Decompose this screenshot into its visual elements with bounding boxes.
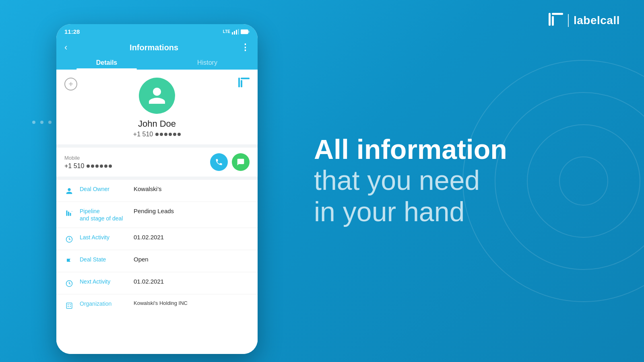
- svg-rect-25: [68, 306, 68, 307]
- svg-rect-26: [70, 306, 71, 307]
- person-icon: [147, 86, 167, 106]
- info-row-pipeline: Pipelineand stage of deal Pending Leads: [56, 202, 258, 228]
- svg-rect-24: [70, 304, 71, 305]
- building-icon: [64, 301, 74, 311]
- svg-rect-15: [241, 78, 250, 79]
- svg-rect-9: [236, 30, 237, 35]
- svg-rect-12: [248, 31, 250, 33]
- svg-rect-6: [552, 13, 563, 15]
- phone-type-label: Mobile: [64, 155, 112, 161]
- tab-details[interactable]: Details: [56, 54, 157, 70]
- signal-icon: [232, 29, 239, 35]
- more-button[interactable]: ⋮: [241, 42, 250, 53]
- mobile-prefix: +1 510: [64, 162, 84, 170]
- pipeline-label: Pipelineand stage of deal: [80, 208, 128, 222]
- svg-rect-19: [72, 211, 72, 212]
- svg-rect-23: [68, 304, 68, 305]
- info-row-next-activity: Next Activity 01.02.2021: [56, 272, 258, 294]
- phone-number-row: +1 510: [64, 162, 112, 170]
- call-button[interactable]: [210, 153, 228, 171]
- next-activity-label: Next Activity: [80, 278, 128, 285]
- deal-owner-value: Kowalski's: [134, 185, 162, 192]
- logo-icon: [549, 13, 563, 28]
- phone-label-area: Mobile +1 510: [64, 155, 112, 170]
- message-icon: [237, 158, 245, 166]
- organization-label: Organization: [80, 300, 128, 307]
- status-icons: LTE: [223, 29, 250, 35]
- battery-icon: [241, 29, 250, 34]
- clock-icon-last: [64, 234, 74, 244]
- phone-screen: 11:28 LTE ‹ Informations ⋮: [56, 24, 258, 354]
- tagline-line3: in your hand: [314, 196, 580, 227]
- pipeline-value: Pending Leads: [134, 208, 174, 214]
- pipeline-icon: [64, 208, 74, 218]
- svg-rect-17: [68, 212, 69, 216]
- deal-state-value: Open: [134, 256, 149, 263]
- logo-divider: [568, 14, 569, 27]
- phone-prefix: +1 510: [133, 131, 153, 138]
- svg-rect-16: [66, 210, 68, 216]
- info-row-last-activity: Last Activity 01.02.2021: [56, 228, 258, 250]
- lte-icon: LTE: [223, 29, 230, 34]
- logo-area: labelcall: [549, 13, 620, 28]
- deal-state-label: Deal State: [80, 256, 128, 263]
- clock-icon-next: [64, 279, 74, 288]
- contact-phone-display: +1 510: [133, 131, 181, 138]
- deal-owner-label: Deal Owner: [80, 185, 128, 193]
- next-activity-value: 01.02.2021: [134, 278, 164, 285]
- nav-title: Informations: [130, 43, 178, 52]
- svg-rect-11: [241, 30, 248, 34]
- tab-history[interactable]: History: [157, 54, 258, 70]
- message-button[interactable]: [232, 153, 250, 171]
- svg-rect-4: [549, 13, 551, 26]
- flag-icon: [64, 257, 74, 266]
- tagline-line2: that you need: [314, 165, 580, 196]
- phone-mockup: 11:28 LTE ‹ Informations ⋮: [56, 24, 258, 354]
- svg-rect-22: [66, 303, 72, 309]
- svg-rect-5: [552, 16, 554, 26]
- content-area: + John Doe +1 510: [56, 70, 258, 354]
- info-row-deal-state: Deal State Open: [56, 250, 258, 272]
- contact-name: John Doe: [138, 119, 176, 129]
- status-time: 11:28: [64, 28, 80, 35]
- svg-rect-7: [232, 32, 233, 35]
- info-row-organization: Organization Kowalski's Holding INC: [56, 294, 258, 316]
- person-icon: [64, 186, 74, 196]
- action-buttons: [210, 153, 250, 171]
- back-button[interactable]: ‹: [64, 42, 67, 53]
- nav-bar: ‹ Informations ⋮: [56, 37, 258, 54]
- mobile-masked-dots: [87, 165, 112, 168]
- svg-rect-13: [238, 78, 240, 87]
- tabs-bar: Details History: [56, 54, 258, 70]
- lc-brand-icon: [238, 78, 250, 90]
- add-button[interactable]: +: [64, 78, 77, 90]
- phone-row: Mobile +1 510: [56, 148, 258, 177]
- masked-dots: [155, 133, 181, 136]
- contact-card: + John Doe +1 510: [56, 70, 258, 144]
- last-activity-label: Last Activity: [80, 234, 128, 241]
- tab-details-label: Details: [96, 59, 117, 66]
- svg-rect-10: [238, 29, 239, 35]
- tab-history-label: History: [197, 59, 217, 66]
- info-list: Deal Owner Kowalski's Pipelineand stage …: [56, 180, 258, 354]
- svg-rect-14: [241, 80, 242, 87]
- call-icon: [215, 158, 223, 166]
- last-activity-value: 01.02.2021: [134, 234, 164, 241]
- logo-text: labelcall: [574, 14, 620, 27]
- svg-rect-8: [234, 31, 235, 35]
- tagline-area: All information that you need in your ha…: [290, 134, 604, 227]
- info-row-deal-owner: Deal Owner Kowalski's: [56, 180, 258, 202]
- organization-value: Kowalski's Holding INC: [134, 300, 188, 306]
- tagline-line1: All information: [314, 134, 580, 165]
- svg-rect-18: [70, 213, 71, 216]
- status-bar: 11:28 LTE: [56, 24, 258, 37]
- avatar: [139, 78, 175, 114]
